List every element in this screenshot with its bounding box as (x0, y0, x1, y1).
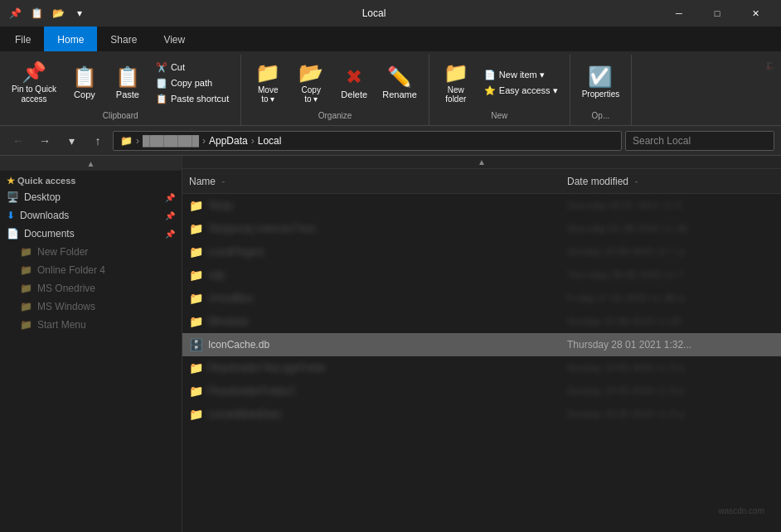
table-row[interactable]: 📁cdpThursday 09.06.2020 12:7... (182, 264, 781, 287)
window-title: Local (95, 7, 653, 19)
properties-button[interactable]: ☑️ Properties (577, 57, 625, 109)
cut-label: Cut (171, 62, 185, 72)
path-local: Local (258, 135, 282, 147)
table-row[interactable]: 📁LocaleMetaDataSunday 19.05.2020 11:0 a.… (182, 403, 781, 426)
new-folder-label: Newfolder (445, 85, 466, 104)
online-folder-icon: 📁 (20, 264, 32, 276)
quick-access-icon-3[interactable]: 📂 (50, 5, 66, 22)
folder-icon-path: 📁 (120, 135, 133, 147)
watermark: wascdn.com (718, 506, 764, 515)
open-buttons: ☑️ Properties (577, 56, 625, 109)
sidebar-item-start[interactable]: 📁 Start Menu (0, 316, 182, 334)
file-row-icon: 📁 (189, 315, 203, 328)
sidebar-item-new-folder[interactable]: 📁 New Folder (0, 243, 182, 261)
file-row-icon: 📁 (189, 408, 203, 421)
tab-file[interactable]: File (2, 27, 44, 51)
table-row[interactable]: 📁TempSaturday 09.01.2021 11:0... (182, 194, 781, 217)
file-row-date: Sunday 19.05.2020 11:0 a... (567, 385, 774, 397)
sidebar-scroll-up[interactable]: ▲ (0, 156, 182, 171)
file-row-icon: 📁 (189, 292, 203, 305)
table-row[interactable]: 📁PlaceholderFolder2Sunday 19.05.2020 11:… (182, 380, 781, 403)
sidebar-item-documents[interactable]: 📄 Documents 📌 (0, 225, 182, 243)
move-to-label: Moveto ▾ (258, 85, 278, 104)
sidebar-item-online[interactable]: 📁 Online Folder 4 (0, 261, 182, 279)
file-row-name: Windows (208, 316, 567, 327)
up-button[interactable]: ↑ (86, 129, 109, 152)
file-row-name: LocaleMetaData (208, 409, 567, 420)
new-small-buttons: 📄 New item ▾ ⭐ Easy access ▾ (479, 68, 563, 99)
start-menu-icon: 📁 (20, 319, 32, 331)
easy-access-icon: ⭐ (484, 85, 496, 96)
back-button[interactable]: ← (7, 129, 30, 152)
file-row-date: Sunday 15.09.2019 11:05... (567, 316, 774, 327)
paste-button[interactable]: 📋 Paste (108, 57, 148, 109)
table-row[interactable]: 📁VirtualBoxFriday 27.02.2020 11:48 a... (182, 287, 781, 310)
copy-path-button[interactable]: 🗒️ Copy path (151, 75, 234, 90)
copy-button[interactable]: 📋 Copy (65, 57, 104, 109)
sidebar-item-downloads[interactable]: ⬇ Downloads 📌 (0, 206, 182, 225)
cut-button[interactable]: ✂️ Cut (151, 60, 234, 75)
new-folder-button[interactable]: 📁 Newfolder (436, 57, 476, 109)
tab-home[interactable]: Home (44, 27, 97, 51)
easy-access-label: Easy access ▾ (499, 85, 558, 96)
file-row-date: Friday 27.02.2020 11:48 a... (567, 293, 774, 304)
ribbon-open-section: ☑️ Properties Op... (570, 55, 633, 125)
tab-share[interactable]: Share (97, 27, 150, 51)
clipboard-buttons: 📌 Pin to Quickaccess 📋 Copy 📋 Paste ✂️ C… (7, 56, 234, 109)
sidebar: ▲ ★ Quick access 🖥️ Desktop 📌 ⬇ Download… (0, 156, 182, 532)
title-bar-icons: 📌 📋 📂 ▾ (7, 5, 88, 22)
desktop-label: Desktop (24, 191, 61, 203)
file-list: 📁TempSaturday 09.01.2021 11:0...📁Tempora… (182, 194, 781, 532)
ribbon-clipboard-section: 📌 Pin to Quickaccess 📋 Copy 📋 Paste ✂️ C… (0, 55, 241, 125)
move-to-button[interactable]: 📁 Moveto ▾ (248, 57, 288, 109)
pin-to-quick-access-button[interactable]: 📌 Pin to Quickaccess (7, 57, 61, 109)
table-row[interactable]: 📁Temporary Internet FilesSaturday 01.08.… (182, 217, 781, 240)
table-row[interactable]: 📁WindowsSunday 15.09.2019 11:05... (182, 310, 781, 333)
minimize-button[interactable]: ─ (660, 0, 698, 27)
clipboard-label: Clipboard (103, 109, 138, 123)
ribbon: 📌 Pin to Quickaccess 📋 Copy 📋 Paste ✂️ C… (0, 51, 781, 126)
file-row-date: Saturday 09.01.2021 11:0... (567, 200, 774, 211)
dropdown-arrow[interactable]: ▾ (71, 5, 88, 22)
column-name[interactable]: Name - (189, 176, 567, 187)
table-row[interactable]: 🗄️IconCache.dbThursday 28 01 2021 1:32..… (182, 333, 781, 356)
forward-button[interactable]: → (33, 129, 56, 152)
sidebar-item-desktop[interactable]: 🖥️ Desktop 📌 (0, 188, 182, 206)
maximize-button[interactable]: □ (698, 0, 736, 27)
file-row-date: Thursday 09.06.2020 12:7... (567, 269, 774, 281)
tab-view[interactable]: View (150, 27, 198, 51)
onedrive-icon: 📁 (20, 283, 32, 294)
path-appdata: AppData (209, 135, 248, 147)
address-path[interactable]: 📁 › ████████ › AppData › Local (113, 131, 622, 151)
column-date[interactable]: Date modified - (567, 176, 774, 187)
new-label: New (491, 109, 507, 123)
close-button[interactable]: ✕ (736, 0, 774, 27)
desktop-icon: 🖥️ (7, 191, 19, 203)
easy-access-button[interactable]: ⭐ Easy access ▾ (479, 84, 563, 99)
recent-locations-button[interactable]: ▾ (60, 129, 83, 152)
quick-access-icon-1[interactable]: 📌 (7, 5, 23, 22)
sidebar-item-windows[interactable]: 📁 MS Windows (0, 297, 182, 316)
copy-to-icon: 📂 (298, 63, 323, 83)
table-row[interactable]: 📁PlaceholderTileLogoFolderSunday 19.05.2… (182, 356, 781, 380)
main-area: ▲ ★ Quick access 🖥️ Desktop 📌 ⬇ Download… (0, 156, 781, 532)
path-user: ████████ (143, 135, 199, 147)
documents-icon: 📄 (7, 228, 19, 239)
new-folder-icon: 📁 (444, 63, 468, 83)
copy-to-button[interactable]: 📂 Copyto ▾ (291, 57, 331, 109)
properties-label: Properties (582, 89, 620, 99)
quick-access-icon-2[interactable]: 📋 (28, 5, 45, 22)
scroll-top-indicator: ▲ (182, 156, 781, 169)
desktop-pin-icon: 📌 (165, 193, 175, 202)
new-item-button[interactable]: 📄 New item ▾ (479, 68, 563, 83)
rename-icon: ✏️ (387, 67, 412, 87)
ribbon-new-section: 📁 Newfolder 📄 New item ▾ ⭐ Easy access ▾… (429, 55, 570, 125)
search-box[interactable]: Search Local (625, 131, 774, 151)
window-controls: ─ □ ✕ (660, 0, 774, 27)
rename-button[interactable]: ✏️ Rename (377, 57, 422, 109)
sidebar-item-onedrive[interactable]: 📁 MS Onedrive (0, 279, 182, 297)
delete-button[interactable]: ✖ Delete (334, 57, 374, 109)
file-row-name: PlaceholderFolder2 (208, 385, 567, 397)
paste-shortcut-button[interactable]: 📋 Paste shortcut (151, 91, 234, 106)
table-row[interactable]: 📁LocalPluginsSunday 19.06.2020 12:7 a... (182, 240, 781, 264)
